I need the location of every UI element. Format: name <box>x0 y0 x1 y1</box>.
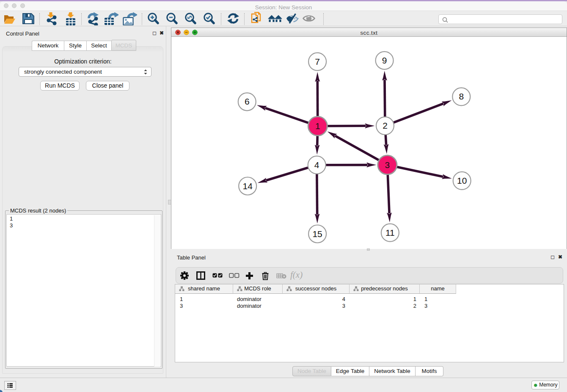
svg-text:14: 14 <box>243 181 253 191</box>
svg-text:2: 2 <box>383 121 388 130</box>
svg-text:4: 4 <box>314 160 319 170</box>
svg-text:9: 9 <box>382 55 387 65</box>
svg-text:3: 3 <box>385 160 390 170</box>
svg-text:15: 15 <box>312 229 322 239</box>
svg-text:8: 8 <box>459 91 464 101</box>
svg-text:7: 7 <box>315 57 320 66</box>
svg-text:6: 6 <box>245 97 250 106</box>
svg-text:10: 10 <box>457 176 467 185</box>
svg-text:1: 1 <box>315 121 320 131</box>
svg-text:11: 11 <box>385 228 395 237</box>
